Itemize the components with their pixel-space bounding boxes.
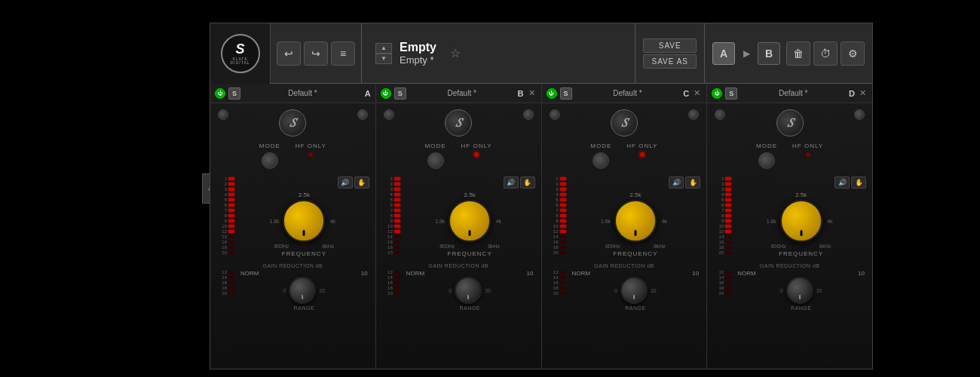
freq-left-a: 1.8k xyxy=(269,219,279,224)
channel-c: 𝑆 MODE HF ONLY 1 xyxy=(542,103,708,369)
hf-label-c: HF ONLY xyxy=(626,143,657,149)
save-as-button[interactable]: SAVE AS xyxy=(643,54,697,69)
solo-btn-b[interactable]: S xyxy=(394,87,406,100)
range-section-b: 12 14 16 18 20 NORM 10 0 xyxy=(376,270,541,311)
hf-led-d[interactable] xyxy=(806,152,810,157)
gain-reduction-label-d: GAIN REDUCTION dB xyxy=(707,262,872,270)
undo-button[interactable]: ↩ xyxy=(277,41,301,66)
a-button[interactable]: A xyxy=(712,42,735,65)
monitor-btn2-b[interactable]: ✋ xyxy=(520,176,535,188)
range-section-c: 12 14 16 18 20 NORM 10 0 xyxy=(542,270,707,311)
hf-led-b[interactable] xyxy=(474,152,479,157)
monitor-btn2-a[interactable]: ✋ xyxy=(354,176,369,188)
frequency-label-c: FREQUENCY xyxy=(613,250,657,257)
range-max-a: 10 xyxy=(361,270,368,277)
mode-knob-c[interactable] xyxy=(593,152,609,169)
channel-b: 𝑆 MODE HF ONLY 1 xyxy=(376,103,542,369)
screw-tr-d xyxy=(854,109,865,120)
freq-left-c: 1.8k xyxy=(601,219,611,224)
mode-knob-b[interactable] xyxy=(427,152,444,169)
range-label-c: RANGE xyxy=(625,305,645,311)
monitor-btn1-a[interactable]: 🔊 xyxy=(338,176,353,188)
freq-bl-a: 800Hz xyxy=(274,244,289,249)
channel-header-c: ⏻ S Default * C ✕ xyxy=(542,84,708,103)
range-knob-a[interactable] xyxy=(289,277,316,304)
channel-logo-a: 𝑆 xyxy=(279,109,306,136)
channel-logo-d: 𝑆 xyxy=(776,109,804,136)
menu-button[interactable]: ≡ xyxy=(331,41,355,66)
hf-led-c[interactable] xyxy=(640,152,645,157)
solo-btn-a[interactable]: S xyxy=(228,87,240,100)
freq-br-d: 8kHz xyxy=(819,244,831,249)
monitor-btn1-c[interactable]: 🔊 xyxy=(669,176,684,188)
power-btn-d[interactable]: ⏻ xyxy=(712,88,722,99)
hf-label-b: HF ONLY xyxy=(461,143,492,149)
power-btn-b[interactable]: ⏻ xyxy=(381,88,391,99)
copy-arrow[interactable]: ▶ xyxy=(738,45,755,62)
preset-down-button[interactable]: ▼ xyxy=(375,54,392,64)
monitor-btn1-d[interactable]: 🔊 xyxy=(835,176,850,188)
channel-logo-c: 𝑆 xyxy=(611,109,638,136)
close-btn-c[interactable]: ✕ xyxy=(692,88,702,98)
logo: S SLATE DIGITAL xyxy=(221,34,260,73)
power-btn-c[interactable]: ⏻ xyxy=(547,88,557,99)
main-knob-b[interactable] xyxy=(449,200,491,242)
norm-label-c: NORM xyxy=(572,270,590,277)
preset-up-button[interactable]: ▲ xyxy=(375,43,392,54)
mode-knob-a[interactable] xyxy=(262,152,278,169)
settings-button[interactable]: ⚙ xyxy=(841,41,865,66)
gain-reduction-label-c: GAIN REDUCTION dB xyxy=(542,262,707,270)
freq-right-c: 4k xyxy=(661,219,666,224)
history-button[interactable]: ⏱ xyxy=(813,41,838,66)
close-btn-b[interactable]: ✕ xyxy=(527,88,537,98)
channel-a: 𝑆 MODE HF ONLY xyxy=(210,103,376,369)
norm-label-b: NORM xyxy=(406,270,424,277)
monitor-btn2-c[interactable]: ✋ xyxy=(685,176,700,188)
range-knob-c[interactable] xyxy=(620,277,648,304)
range-max-d: 10 xyxy=(858,270,865,277)
save-button[interactable]: SAVE xyxy=(643,38,697,53)
knob-area-d: 🔊 ✋ 2.5k 1.8k 4k 800Hz 8kHz xyxy=(736,176,866,257)
main-knob-a[interactable] xyxy=(283,200,325,242)
solo-btn-d[interactable]: S xyxy=(725,87,737,100)
channel-letter-d: D xyxy=(849,89,855,98)
trash-button[interactable]: 🗑 xyxy=(786,41,810,66)
range-knob-d[interactable] xyxy=(786,277,813,304)
preset-label-d: Default * xyxy=(740,89,846,97)
solo-btn-c[interactable]: S xyxy=(560,87,572,100)
save-area: SAVE SAVE AS xyxy=(635,23,704,83)
range-knob-b[interactable] xyxy=(455,277,482,304)
norm-label-d: NORM xyxy=(737,270,755,277)
mode-label-b: MODE xyxy=(425,143,446,149)
range-label-d: RANGE xyxy=(791,305,811,311)
mode-label-c: MODE xyxy=(590,143,611,149)
b-button[interactable]: B xyxy=(758,42,780,65)
favorite-button[interactable]: ☆ xyxy=(450,46,461,60)
freq-left-d: 1.8k xyxy=(767,219,776,224)
main-knob-d[interactable] xyxy=(780,200,822,242)
power-btn-a[interactable]: ⏻ xyxy=(215,88,225,99)
main-knob-c[interactable] xyxy=(614,200,657,242)
hf-label-d: HF ONLY xyxy=(792,143,823,149)
range-vu-b: 12 14 16 18 20 xyxy=(382,270,400,296)
frequency-label-d: FREQUENCY xyxy=(779,250,823,257)
range-knob-area-c: NORM 10 0 20 RANGE xyxy=(571,270,701,311)
monitor-btn2-d[interactable]: ✋ xyxy=(851,176,866,188)
channels-header: ⏻ S Default * A ⏻ S Default * B ✕ ⏻ S De… xyxy=(210,84,872,103)
channel-header-b: ⏻ S Default * B ✕ xyxy=(376,84,542,103)
close-btn-d[interactable]: ✕ xyxy=(858,88,868,98)
channel-letter-a: A xyxy=(365,89,371,98)
freq-right-b: 4k xyxy=(496,219,501,224)
range-vu-a: 12 14 16 18 20 xyxy=(216,270,234,296)
freq-bl-c: 800Hz xyxy=(605,244,620,249)
hf-label-a: HF ONLY xyxy=(296,143,326,149)
mode-knob-d[interactable] xyxy=(758,152,775,169)
range-zero-a: 0 xyxy=(283,288,286,293)
monitor-btn1-b[interactable]: 🔊 xyxy=(504,176,519,188)
redo-button[interactable]: ↪ xyxy=(304,41,328,66)
logo-area: S SLATE DIGITAL xyxy=(210,23,271,84)
preset-label-c: Default * xyxy=(575,89,681,97)
freq-top-c: 2.5k xyxy=(629,192,641,198)
screw-tl-b xyxy=(384,109,394,120)
hf-led-a[interactable] xyxy=(308,152,313,157)
